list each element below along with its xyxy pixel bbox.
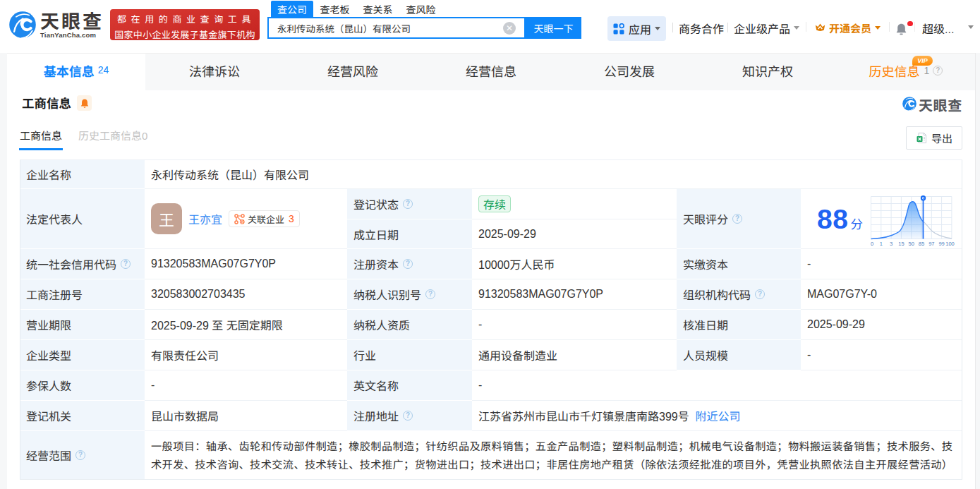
svg-text:0: 0: [871, 241, 873, 247]
svg-text:99: 99: [938, 241, 944, 247]
svg-text:50: 50: [909, 241, 914, 247]
svg-text:85: 85: [919, 241, 924, 247]
svg-text:1: 1: [880, 241, 883, 247]
svg-text:100: 100: [945, 241, 955, 247]
svg-text:15: 15: [898, 241, 904, 247]
svg-text:97: 97: [928, 241, 934, 247]
svg-text:企: 企: [240, 217, 245, 224]
svg-text:3: 3: [890, 241, 893, 247]
